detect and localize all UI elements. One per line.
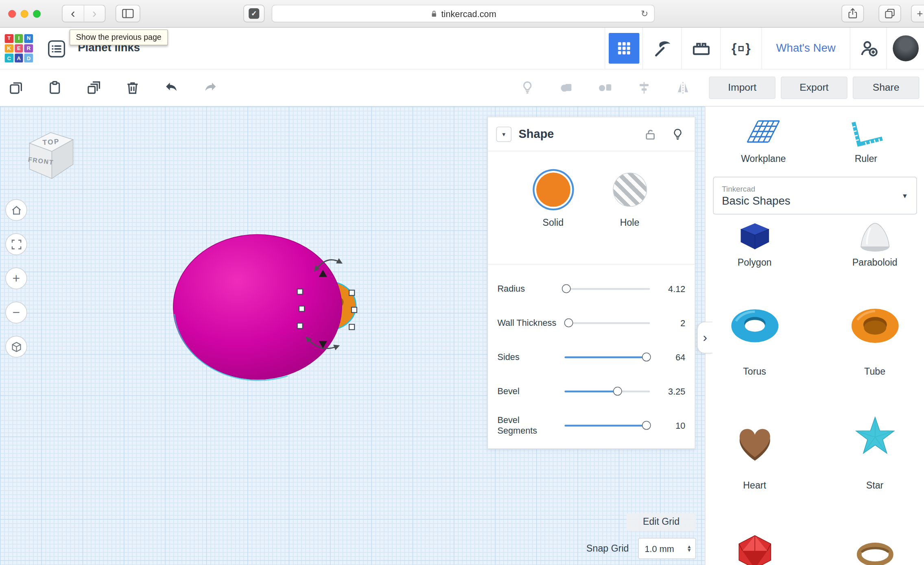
back-button[interactable]: ‹ [63, 5, 83, 22]
window-close-button[interactable] [8, 10, 16, 18]
duplicate-icon [86, 80, 101, 96]
sides-slider[interactable] [565, 356, 650, 358]
tinkercad-logo[interactable]: T I N K E R C A D [5, 34, 33, 63]
lightbulb-icon [520, 80, 535, 96]
shape-label: Torus [743, 366, 766, 377]
brick-icon [691, 38, 711, 58]
minecraft-export-button[interactable] [642, 28, 682, 69]
group-button[interactable] [555, 76, 577, 99]
mirror-button[interactable] [672, 76, 694, 99]
share-design-button[interactable]: Share [853, 76, 920, 99]
slider-row-bevel: Bevel 3.25 [497, 374, 685, 408]
sidebar-toggle-button[interactable] [116, 5, 140, 22]
home-view-button[interactable] [5, 199, 27, 221]
shape-item-heart[interactable]: Heart [710, 411, 799, 491]
fit-view-button[interactable] [5, 233, 27, 255]
show-all-button[interactable] [516, 76, 539, 99]
design-scene[interactable] [147, 213, 395, 407]
copy-button[interactable] [5, 76, 27, 99]
view-cube[interactable]: TOP FRONT [21, 123, 80, 191]
bevel-slider[interactable] [565, 390, 650, 392]
slider-knob[interactable] [564, 318, 573, 327]
panel-collapse-button[interactable]: ▼ [496, 127, 512, 142]
slider-knob[interactable] [613, 387, 622, 396]
category-value: Basic Shapes [722, 194, 790, 207]
address-bar[interactable]: tinkercad.com ↻ [272, 5, 655, 22]
forward-button[interactable]: › [83, 5, 105, 22]
export-button[interactable]: Export [781, 76, 848, 99]
slider-knob[interactable] [642, 421, 651, 430]
back-button-tooltip: Show the previous page [70, 29, 168, 45]
heart-icon [727, 411, 782, 467]
invite-user-button[interactable] [850, 28, 887, 69]
undo-button[interactable] [160, 76, 183, 99]
shape-item-star[interactable]: Star [830, 411, 919, 491]
zoom-out-button[interactable]: − [5, 302, 27, 324]
logo-letter: T [5, 34, 13, 43]
slider-knob[interactable] [642, 353, 651, 362]
lock-icon [430, 9, 438, 18]
browser-chrome: ‹ › ✓ tinkercad.com ↻ [0, 0, 924, 28]
wall-thickness-slider[interactable] [565, 322, 650, 324]
shape-label: Star [866, 480, 883, 491]
paste-button[interactable] [44, 76, 66, 99]
edit-toolbar: Import Export Share [0, 70, 924, 107]
shape-item-icosahedron[interactable] [710, 529, 799, 565]
brick-export-button[interactable] [681, 28, 720, 69]
align-button[interactable] [633, 76, 655, 99]
codeblocks-button[interactable]: {} [720, 28, 761, 69]
snap-grid-select[interactable]: 1.0 mm ▴ ▾ [638, 538, 696, 559]
shape-item-tube[interactable]: Tube [830, 297, 919, 377]
radius-slider[interactable] [565, 288, 650, 290]
shape-item-polygon[interactable]: Polygon [710, 220, 799, 268]
dashboard-view-button[interactable] [605, 28, 642, 69]
icosahedron-icon [734, 529, 775, 565]
new-tab-button[interactable]: + [911, 5, 924, 22]
stepper-down-icon[interactable]: ▾ [688, 548, 690, 552]
shape-category-dropdown[interactable]: Tinkercad Basic Shapes ▼ [713, 177, 917, 215]
home-icon [10, 203, 23, 216]
ruler-tool[interactable]: Ruler [830, 116, 901, 164]
shape-item-paraboloid[interactable]: Paraboloid [830, 220, 919, 268]
bevel-segments-slider[interactable] [565, 425, 650, 426]
tabs-overview-button[interactable] [878, 5, 901, 22]
visibility-bulb-icon[interactable] [671, 128, 684, 141]
workplane-tool[interactable]: Workplane [728, 116, 799, 164]
3d-viewport[interactable]: TOP FRONT + − [0, 107, 705, 565]
solid-option[interactable]: Solid [536, 172, 570, 260]
tab-favicon-button[interactable]: ✓ [243, 5, 264, 22]
ungroup-button[interactable] [594, 76, 616, 99]
logo-letter: D [24, 54, 33, 62]
paste-icon [47, 80, 63, 96]
delete-button[interactable] [121, 76, 144, 99]
account-avatar[interactable] [886, 28, 924, 69]
history-nav: ‹ › [62, 5, 105, 22]
sidebar-icon [121, 7, 135, 21]
window-zoom-button[interactable] [33, 10, 41, 18]
browser-share-button[interactable] [841, 5, 864, 22]
whats-new-link[interactable]: What's New [761, 28, 850, 69]
slider-label: Sides [497, 352, 557, 362]
zoom-in-button[interactable]: + [5, 268, 27, 290]
duplicate-button[interactable] [83, 76, 105, 99]
lock-open-icon[interactable] [644, 128, 657, 141]
slider-knob[interactable] [562, 284, 571, 293]
shape-item-ring[interactable] [830, 529, 919, 565]
checkbox-favicon: ✓ [249, 8, 259, 19]
shape-item-torus[interactable]: Torus [710, 297, 799, 377]
forward-chevron-icon: › [92, 7, 97, 20]
shapes-sidebar: › Workplane [705, 107, 924, 565]
refresh-icon[interactable]: ↻ [641, 8, 648, 19]
redo-button[interactable] [199, 76, 222, 99]
design-menu-button[interactable] [47, 39, 66, 58]
hole-option[interactable]: Hole [613, 172, 647, 260]
window-minimize-button[interactable] [21, 10, 28, 18]
shape-label: Paraboloid [852, 257, 898, 268]
copy-icon [8, 80, 24, 96]
logo-letter: E [15, 44, 23, 52]
sphere-object[interactable] [173, 234, 342, 379]
import-button[interactable]: Import [709, 76, 775, 99]
perspective-toggle-button[interactable] [5, 336, 27, 358]
edit-grid-button[interactable]: Edit Grid [627, 513, 696, 531]
whats-new-label: What's New [776, 42, 836, 55]
